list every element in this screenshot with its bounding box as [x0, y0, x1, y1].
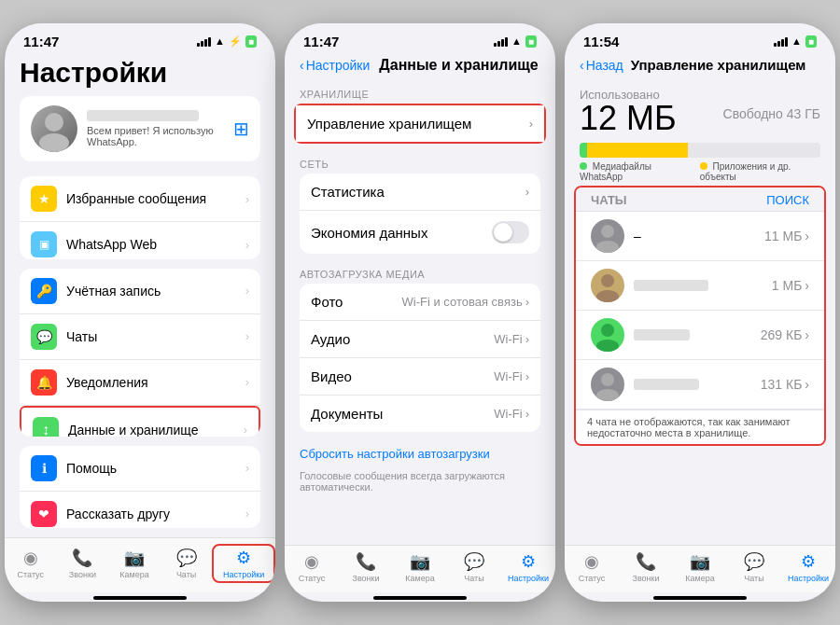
settings-item-data[interactable]: ↕ Данные и хранилище ›	[20, 406, 260, 437]
svg-point-7	[596, 340, 619, 352]
settings-item-invite[interactable]: ❤ Рассказать другу ›	[20, 492, 260, 529]
camera-tab-icon-3: 📷	[690, 551, 710, 572]
nav-back-3[interactable]: ‹ Назад	[580, 58, 623, 73]
tab-chats-3[interactable]: 💬 Чаты	[727, 551, 781, 583]
tab-calls-1[interactable]: 📞 Звонки	[57, 548, 109, 579]
datasave-item[interactable]: Экономия данных	[300, 211, 540, 254]
chevron-icon-4: ›	[245, 329, 249, 343]
tab-camera-3[interactable]: 📷 Камера	[673, 551, 727, 583]
chat-size-1: 1 МБ ›	[772, 278, 809, 293]
battery-icon: ⚡	[229, 35, 242, 48]
tab-status-1[interactable]: ◉ Статус	[5, 548, 57, 579]
svg-point-8	[601, 373, 614, 386]
signal-icon-2	[494, 35, 508, 47]
settings-item-chats[interactable]: 💬 Чаты ›	[20, 314, 260, 360]
status-tab-icon-2: ◉	[304, 551, 319, 572]
tab-status-2[interactable]: ◉ Статус	[285, 551, 339, 583]
chat-size-3: 131 КБ ›	[761, 377, 809, 392]
chat-avatar-2	[591, 318, 624, 352]
chats-tab-label-3: Чаты	[744, 574, 763, 583]
nav-back-2[interactable]: ‹ Настройки	[300, 58, 370, 73]
reset-autoload-link[interactable]: Сбросить настройки автозагрузки	[285, 439, 555, 468]
nav-title-3: Управление хранилищем	[631, 57, 806, 73]
autoload-docs[interactable]: Документы Wi-Fi ›	[300, 396, 540, 432]
calls-tab-icon-2: 📞	[356, 551, 376, 572]
settings-item-account[interactable]: 🔑 Учётная запись ›	[20, 269, 260, 314]
chevron-icon-6: ›	[244, 423, 247, 437]
chats-label: Чаты	[66, 329, 236, 344]
tab-calls-3[interactable]: 📞 Звонки	[619, 551, 673, 583]
legend-app-dot	[700, 162, 707, 170]
settings-item-help[interactable]: ℹ Помощь ›	[20, 446, 260, 492]
chat-name-blur-3	[634, 379, 699, 390]
settings-item-notifications[interactable]: 🔔 Уведомления ›	[20, 360, 260, 406]
legend-app: Приложения и др. объекты	[700, 161, 820, 182]
whatsappweb-label: WhatsApp Web	[66, 237, 236, 252]
datasave-toggle[interactable]	[492, 221, 529, 243]
camera-tab-label-2: Камера	[405, 574, 434, 583]
tab-settings-1[interactable]: ⚙ Настройки	[212, 544, 275, 583]
account-label: Учётная запись	[66, 284, 236, 299]
help-label: Помощь	[66, 461, 236, 476]
stats-item[interactable]: Статистика ›	[300, 174, 540, 211]
tab-status-3[interactable]: ◉ Статус	[565, 551, 619, 583]
back-chevron-3: ‹	[580, 58, 584, 73]
chat-item-1[interactable]: 1 МБ ›	[576, 261, 824, 311]
notifications-icon: 🔔	[31, 369, 57, 396]
status-tab-icon: ◉	[23, 548, 38, 568]
help-icon: ℹ	[31, 455, 57, 481]
status-icons-1: ▲ ⚡ ■	[197, 35, 257, 48]
autoload-audio[interactable]: Аудио Wi-Fi ›	[300, 321, 540, 358]
calls-tab-label-2: Звонки	[352, 574, 379, 583]
tab-calls-2[interactable]: 📞 Звонки	[339, 551, 393, 583]
phone-settings: 11:47 ▲ ⚡ ■ Настройки	[5, 23, 275, 602]
tab-camera-1[interactable]: 📷 Камера	[108, 548, 161, 579]
chat-item-0[interactable]: – 11 МБ ›	[576, 212, 824, 261]
settings-title: Настройки	[5, 53, 275, 96]
tab-chats-1[interactable]: 💬 Чаты	[161, 548, 213, 579]
tab-bar-2: ◉ Статус 📞 Звонки 📷 Камера 💬 Чаты ⚙ Наст…	[285, 545, 555, 592]
status-time-2: 11:47	[303, 34, 339, 49]
settings-tab-icon-3: ⚙	[801, 551, 816, 572]
chat-item-3[interactable]: 131 КБ ›	[576, 360, 824, 410]
profile-status: Всем привет! Я использую WhatsApp.	[87, 125, 224, 147]
data-label: Данные и хранилище	[68, 423, 234, 437]
settings-group-2: 🔑 Учётная запись › 💬 Чаты › 🔔 Уведомлени…	[20, 269, 260, 437]
invite-label: Рассказать другу	[66, 507, 236, 521]
chat-size-0: 11 МБ ›	[764, 229, 809, 243]
chevron-icon-7: ›	[245, 461, 249, 475]
autoload-photo[interactable]: Фото Wi-Fi и сотовая связь ›	[300, 284, 540, 321]
starred-label: Избранные сообщения	[66, 191, 236, 206]
audio-value: Wi-Fi ›	[494, 332, 529, 346]
chats-tab-label: Чаты	[176, 570, 196, 579]
chat-item-2[interactable]: 269 КБ ›	[576, 311, 824, 360]
notifications-label: Уведомления	[66, 375, 236, 390]
qr-icon[interactable]: ⊞	[233, 118, 249, 140]
autoload-video[interactable]: Видео Wi-Fi ›	[300, 358, 540, 396]
tab-settings-3[interactable]: ⚙ Настройки	[781, 551, 835, 583]
account-icon: 🔑	[31, 278, 57, 304]
phone-storage-mgmt: 11:54 ▲ ■ ‹ Назад Управление хранилищем	[565, 23, 835, 602]
wifi-icon-3: ▲	[791, 35, 802, 47]
status-bar-3: 11:54 ▲ ■	[565, 23, 835, 53]
nav-back-label-3: Назад	[586, 58, 623, 73]
profile-section[interactable]: Всем привет! Я использую WhatsApp. ⊞	[20, 96, 260, 161]
back-chevron-2: ‹	[300, 58, 304, 73]
search-header-label[interactable]: ПОИСК	[766, 193, 809, 207]
photo-value: Wi-Fi и сотовая связь ›	[402, 295, 529, 309]
tab-camera-2[interactable]: 📷 Камера	[393, 551, 447, 583]
status-bar-2: 11:47 ▲ ■	[285, 23, 555, 53]
settings-item-whatsappweb[interactable]: ▣ WhatsApp Web ›	[20, 222, 260, 259]
tab-settings-2[interactable]: ⚙ Настройки	[501, 551, 555, 583]
settings-tab-icon-2: ⚙	[521, 551, 536, 572]
tab-chats-2[interactable]: 💬 Чаты	[447, 551, 501, 583]
chat-name-blur-2	[634, 329, 690, 340]
storage-bar	[580, 143, 820, 158]
nav-title-2: Данные и хранилище	[379, 57, 538, 74]
settings-item-starred[interactable]: ★ Избранные сообщения ›	[20, 176, 260, 222]
data-icon: ↕	[33, 417, 59, 437]
status-time-1: 11:47	[23, 34, 59, 49]
chevron-icon: ›	[245, 192, 249, 206]
storage-manage-item[interactable]: Управление хранилищем ›	[296, 105, 544, 142]
used-size: 12 МБ	[580, 102, 677, 135]
